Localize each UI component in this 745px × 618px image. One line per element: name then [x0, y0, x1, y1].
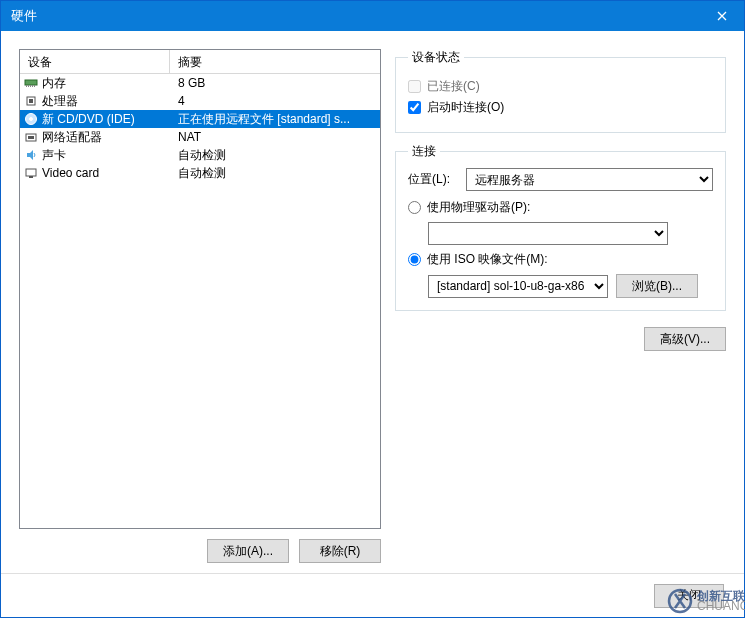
device-name: 处理器 — [42, 93, 78, 110]
titlebar: 硬件 — [1, 1, 744, 31]
nic-icon — [24, 130, 38, 144]
header-summary[interactable]: 摘要 — [170, 50, 380, 73]
device-cell-summary: 8 GB — [170, 76, 380, 90]
hardware-dialog: 硬件 设备 摘要 内存8 GB处理器4新 CD/DVD (IDE)正在使用远程文… — [0, 0, 745, 618]
physical-drive-select[interactable] — [428, 222, 668, 245]
svg-point-9 — [30, 118, 33, 121]
browse-button[interactable]: 浏览(B)... — [616, 274, 698, 298]
location-select[interactable]: 远程服务器 — [466, 168, 713, 191]
remove-button[interactable]: 移除(R) — [299, 539, 381, 563]
connection-legend: 连接 — [408, 143, 440, 160]
device-cell-name: Video card — [20, 166, 170, 180]
iso-radio-row: 使用 ISO 映像文件(M): — [408, 251, 713, 268]
device-cell-summary: 4 — [170, 94, 380, 108]
advanced-button[interactable]: 高级(V)... — [644, 327, 726, 351]
connect-start-checkbox[interactable] — [408, 101, 421, 114]
iso-radio[interactable] — [408, 253, 421, 266]
close-icon — [717, 11, 727, 21]
connected-label: 已连接(C) — [427, 78, 480, 95]
device-cell-name: 声卡 — [20, 147, 170, 164]
device-status-group: 设备状态 已连接(C) 启动时连接(O) — [395, 49, 726, 133]
device-list[interactable]: 设备 摘要 内存8 GB处理器4新 CD/DVD (IDE)正在使用远程文件 [… — [19, 49, 381, 529]
svg-rect-7 — [29, 99, 33, 103]
device-buttons: 添加(A)... 移除(R) — [19, 539, 381, 563]
iso-file-select[interactable]: [standard] sol-10-u8-ga-x86 — [428, 275, 608, 298]
device-rows: 内存8 GB处理器4新 CD/DVD (IDE)正在使用远程文件 [standa… — [20, 74, 380, 528]
left-column: 设备 摘要 内存8 GB处理器4新 CD/DVD (IDE)正在使用远程文件 [… — [19, 49, 381, 563]
device-cell-summary: NAT — [170, 130, 380, 144]
device-cell-name: 网络适配器 — [20, 129, 170, 146]
header-device[interactable]: 设备 — [20, 50, 170, 73]
location-row: 位置(L): 远程服务器 — [408, 168, 713, 191]
location-label: 位置(L): — [408, 171, 460, 188]
device-name: 新 CD/DVD (IDE) — [42, 111, 135, 128]
connected-checkbox — [408, 80, 421, 93]
svg-rect-11 — [28, 136, 34, 139]
svg-rect-2 — [28, 85, 29, 87]
svg-rect-5 — [34, 85, 35, 87]
connection-group: 连接 位置(L): 远程服务器 使用物理驱动器(P): 使用 ISO 映像文件( — [395, 143, 726, 311]
iso-file-row: [standard] sol-10-u8-ga-x86 浏览(B)... — [408, 274, 713, 298]
device-status-legend: 设备状态 — [408, 49, 464, 66]
device-cell-name: 内存 — [20, 75, 170, 92]
sound-icon — [24, 148, 38, 162]
device-name: 声卡 — [42, 147, 66, 164]
device-cell-name: 新 CD/DVD (IDE) — [20, 111, 170, 128]
device-row[interactable]: 处理器4 — [20, 92, 380, 110]
device-row[interactable]: 新 CD/DVD (IDE)正在使用远程文件 [standard] s... — [20, 110, 380, 128]
memory-icon — [24, 76, 38, 90]
advanced-row: 高级(V)... — [395, 327, 726, 351]
svg-rect-3 — [30, 85, 31, 87]
device-name: Video card — [42, 166, 99, 180]
svg-rect-12 — [26, 169, 36, 176]
device-cell-summary: 自动检测 — [170, 165, 380, 182]
connected-row: 已连接(C) — [408, 78, 713, 95]
add-button[interactable]: 添加(A)... — [207, 539, 289, 563]
device-cell-name: 处理器 — [20, 93, 170, 110]
video-icon — [24, 166, 38, 180]
physical-radio-row: 使用物理驱动器(P): — [408, 199, 713, 216]
svg-rect-4 — [32, 85, 33, 87]
device-list-header: 设备 摘要 — [20, 50, 380, 74]
right-column: 设备状态 已连接(C) 启动时连接(O) 连接 位置(L): 远程服务器 — [395, 49, 726, 563]
device-cell-summary: 正在使用远程文件 [standard] s... — [170, 111, 380, 128]
device-name: 网络适配器 — [42, 129, 102, 146]
connect-start-label[interactable]: 启动时连接(O) — [427, 99, 504, 116]
disc-icon — [24, 112, 38, 126]
connect-start-row: 启动时连接(O) — [408, 99, 713, 116]
device-name: 内存 — [42, 75, 66, 92]
physical-label[interactable]: 使用物理驱动器(P): — [427, 199, 530, 216]
device-cell-summary: 自动检测 — [170, 147, 380, 164]
cpu-icon — [24, 94, 38, 108]
iso-label[interactable]: 使用 ISO 映像文件(M): — [427, 251, 548, 268]
device-row[interactable]: 网络适配器NAT — [20, 128, 380, 146]
svg-rect-13 — [29, 176, 33, 178]
close-button[interactable] — [699, 1, 744, 31]
physical-radio[interactable] — [408, 201, 421, 214]
svg-rect-0 — [25, 80, 37, 85]
device-row[interactable]: 内存8 GB — [20, 74, 380, 92]
dialog-content: 设备 摘要 内存8 GB处理器4新 CD/DVD (IDE)正在使用远程文件 [… — [1, 31, 744, 573]
dialog-footer: 关闭 — [1, 573, 744, 617]
device-row[interactable]: Video card自动检测 — [20, 164, 380, 182]
device-row[interactable]: 声卡自动检测 — [20, 146, 380, 164]
svg-rect-1 — [26, 85, 27, 87]
close-dialog-button[interactable]: 关闭 — [654, 584, 724, 608]
window-title: 硬件 — [11, 7, 37, 25]
